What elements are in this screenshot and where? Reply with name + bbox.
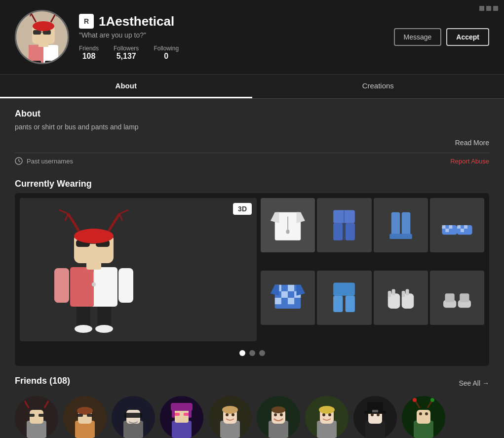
past-usernames-label: Past usernames [27, 158, 73, 165]
see-all-button[interactable]: See All → [459, 379, 489, 387]
svg-point-100 [77, 407, 93, 415]
svg-rect-65 [464, 225, 467, 229]
svg-rect-79 [347, 302, 350, 306]
svg-point-139 [371, 413, 374, 416]
svg-rect-85 [405, 289, 409, 295]
stat-friends: Friends 108 [79, 45, 99, 61]
svg-rect-64 [461, 229, 464, 232]
followers-count: 5,137 [114, 52, 139, 61]
profile-stats: Friends 108 Followers 5,137 Following 0 [79, 45, 384, 61]
svg-point-140 [377, 413, 380, 416]
wearing-title: Currently Wearing [15, 179, 489, 189]
read-more-button[interactable]: Read More [15, 139, 489, 147]
svg-rect-75 [334, 283, 355, 296]
accept-button[interactable]: Accept [446, 28, 489, 46]
wearing-item[interactable] [374, 198, 428, 252]
friend-avatar[interactable] [160, 396, 203, 438]
svg-rect-25 [70, 267, 94, 307]
svg-rect-68 [281, 291, 288, 298]
svg-line-44 [109, 220, 115, 231]
svg-point-126 [280, 413, 283, 416]
friend-avatar[interactable] [257, 396, 300, 438]
svg-point-131 [322, 413, 325, 416]
character-3d-svg [30, 203, 158, 336]
svg-marker-74 [297, 285, 306, 296]
svg-rect-51 [334, 223, 343, 240]
svg-rect-82 [388, 291, 391, 297]
about-bio: pants or shirt or bus and pants and lamp [15, 123, 489, 131]
profile-actions: Message Accept [394, 28, 490, 46]
svg-line-19 [19, 161, 20, 162]
friend-avatar[interactable] [208, 396, 252, 438]
svg-rect-52 [346, 223, 355, 240]
friend-svg-4 [160, 396, 203, 438]
boots-icon [384, 208, 418, 242]
shoes2-icon [440, 280, 474, 315]
stat-following: Following 0 [154, 45, 179, 61]
friend-svg-7 [305, 396, 349, 438]
friends-label: Friends [79, 45, 99, 52]
svg-rect-113 [172, 407, 175, 418]
svg-rect-16 [45, 61, 54, 64]
svg-rect-61 [445, 229, 449, 232]
svg-rect-63 [457, 225, 461, 229]
svg-rect-15 [32, 61, 41, 64]
svg-rect-143 [417, 410, 430, 424]
friend-avatar[interactable] [305, 396, 349, 438]
svg-rect-69 [288, 285, 294, 291]
wearing-item[interactable] [261, 198, 315, 252]
shirt-icon [271, 208, 305, 242]
svg-rect-88 [445, 293, 454, 302]
svg-point-132 [328, 413, 331, 416]
window-dot-3 [493, 6, 498, 11]
dot-1[interactable] [239, 350, 245, 356]
friend-avatar[interactable] [112, 396, 155, 438]
wearing-container: 3D [15, 193, 489, 366]
friend-svg-3 [112, 396, 155, 438]
friends-count: 108 [79, 52, 99, 61]
dot-2[interactable] [249, 350, 255, 356]
svg-rect-29 [54, 268, 69, 303]
wearing-item[interactable] [430, 271, 484, 325]
svg-point-119 [226, 413, 229, 416]
svg-rect-83 [391, 289, 395, 295]
tab-about[interactable]: About [0, 75, 252, 98]
arrow-icon: → [482, 379, 489, 387]
friends-section: Friends (108) See All → [15, 376, 489, 438]
svg-point-118 [222, 406, 238, 414]
items-grid [261, 198, 484, 341]
svg-rect-102 [87, 414, 93, 417]
tab-creations[interactable]: Creations [252, 75, 504, 98]
message-button[interactable]: Message [394, 28, 442, 46]
friends-list [15, 396, 489, 438]
wearing-item[interactable] [430, 198, 484, 252]
svg-line-42 [119, 210, 128, 214]
svg-marker-73 [271, 285, 279, 296]
friend-avatar[interactable] [353, 396, 397, 438]
stat-followers: Followers 5,137 [114, 45, 139, 61]
profile-info: R 1Aesthetical "What are you up to?" Fri… [79, 14, 384, 61]
wearing-item[interactable] [261, 271, 315, 325]
friend-avatar[interactable] [63, 396, 107, 438]
roblox-icon: R [79, 14, 94, 29]
svg-point-146 [413, 398, 417, 402]
tabs-bar: About Creations [0, 75, 504, 99]
report-abuse-button[interactable]: Report Abuse [450, 158, 489, 165]
svg-rect-78 [334, 298, 337, 301]
friend-avatar[interactable] [402, 396, 445, 438]
wearing-section: Currently Wearing 3D [15, 179, 489, 366]
past-usernames-button[interactable]: Past usernames [15, 157, 73, 165]
wearing-item[interactable] [317, 198, 371, 252]
top-icon [271, 280, 305, 315]
dot-3[interactable] [259, 350, 265, 356]
svg-rect-55 [401, 212, 410, 236]
friend-avatar[interactable] [15, 396, 58, 438]
wearing-item[interactable] [317, 271, 371, 325]
profile-header: R 1Aesthetical "What are you up to?" Fri… [0, 0, 504, 75]
3d-button[interactable]: 3D [233, 203, 252, 215]
friend-svg-5 [208, 396, 252, 438]
content-area: About pants or shirt or bus and pants an… [0, 99, 504, 438]
wearing-item[interactable] [374, 271, 428, 325]
svg-rect-114 [189, 407, 192, 418]
svg-point-36 [74, 229, 114, 243]
